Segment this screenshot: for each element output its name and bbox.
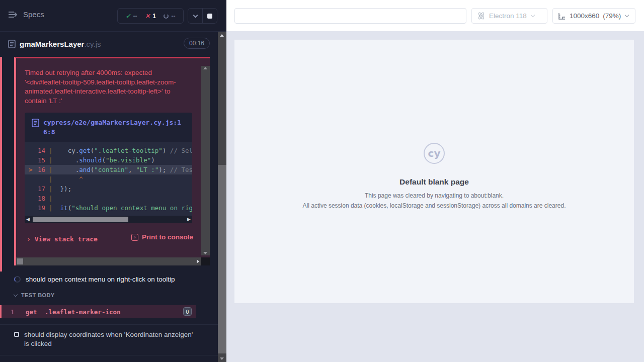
- test-body-section-toggle[interactable]: TEST BODY: [0, 285, 218, 302]
- code-line-18: 18|: [25, 194, 192, 203]
- specs-list-icon: [8, 11, 18, 19]
- spec-name-ext: .cy.js: [84, 40, 101, 48]
- check-icon: ✓: [126, 13, 131, 20]
- command-number: 1: [11, 308, 26, 316]
- aut-main-area: Electron 118 1000x660 (79%): [226, 0, 644, 362]
- failed-count: 1: [152, 13, 156, 20]
- ruler-icon: [558, 12, 566, 20]
- browser-selector-button[interactable]: Electron 118: [471, 8, 547, 24]
- viewport-size: 1000x660: [570, 12, 599, 20]
- aut-toolbar: Electron 118 1000x660 (79%): [226, 0, 644, 32]
- pending-square-icon: [14, 332, 19, 337]
- view-stack-trace-button[interactable]: › View stack trace: [27, 235, 98, 243]
- stat-pending: --: [164, 13, 175, 20]
- blank-page-title: Default blank page: [234, 177, 634, 187]
- blank-page-description-1: This page was cleared by navigating to a…: [234, 192, 634, 199]
- scroll-right-icon[interactable]: ▶: [187, 216, 191, 223]
- spec-timer-badge: 00:16: [184, 38, 210, 49]
- specs-label: Specs: [23, 10, 44, 19]
- test-body-label: TEST BODY: [21, 292, 55, 298]
- aut-stage: cy Default blank page This page was clea…: [226, 32, 644, 362]
- chevron-down-icon: [193, 13, 198, 18]
- passed-count: --: [133, 13, 137, 20]
- code-file-icon: [32, 119, 39, 127]
- error-actions: › View stack trace › Print to console: [27, 234, 210, 244]
- scroll-right-icon[interactable]: [197, 259, 199, 263]
- collapse-all-button[interactable]: [188, 9, 202, 23]
- chevron-down-icon: [531, 13, 535, 17]
- error-hscroll-thumb[interactable]: [17, 258, 23, 264]
- stop-icon: [207, 14, 212, 19]
- code-line-17: 17| });: [25, 184, 192, 194]
- spec-header-row[interactable]: gmaMarkersLayer.cy.js 00:16: [0, 32, 226, 56]
- error-vertical-scrollbar[interactable]: [201, 66, 210, 255]
- divider: [0, 355, 218, 355]
- specs-menu-button[interactable]: Specs: [8, 10, 44, 19]
- pending-circle-icon: [164, 14, 169, 19]
- print-to-console-button[interactable]: › Print to console: [131, 233, 193, 241]
- browser-name: Electron 118: [489, 12, 527, 20]
- code-frame-header[interactable]: cypress/e2e/gmaMarkersLayer.cy.js:16:8: [25, 113, 192, 142]
- print-console-label: Print to console: [142, 233, 193, 241]
- blank-page-description-2: All active session data (cookies, localS…: [234, 202, 634, 209]
- command-method: get: [26, 308, 45, 316]
- code-horizontal-scrollbar[interactable]: ◀ ▶: [25, 216, 192, 223]
- stop-run-button[interactable]: [202, 9, 217, 23]
- running-spinner-icon: [14, 276, 21, 283]
- stack-trace-arrow-icon: ›: [27, 235, 31, 243]
- spec-name: gmaMarkersLayer.cy.js: [20, 40, 101, 48]
- code-line-caret: | ^: [25, 174, 192, 184]
- chevron-down-icon: [625, 13, 629, 17]
- aut-iframe-blank-page: cy Default blank page This page was clea…: [234, 40, 634, 303]
- test-title: should display coordinates when 'Koordin…: [24, 330, 198, 348]
- url-input[interactable]: [234, 8, 466, 24]
- test-list: should open context menu on right-click …: [0, 274, 218, 355]
- code-line-15: 15| .should("be.visible"): [25, 155, 192, 165]
- code-line-14: 14| cy.get(".leaflet-tooltip") // Sele: [25, 146, 192, 155]
- spec-name-base: gmaMarkersLayer: [20, 40, 84, 48]
- run-controls: [188, 8, 217, 24]
- stat-passed: ✓ --: [126, 13, 137, 20]
- test-row-running[interactable]: should open context menu on right-click …: [0, 274, 218, 285]
- cypress-app: Specs ✓ -- ✕ 1 --: [0, 0, 644, 362]
- test-error-panel: Timed out retrying after 4000ms: expecte…: [14, 57, 210, 265]
- console-icon: ›: [131, 234, 138, 241]
- command-row[interactable]: 1 get .leaflet-marker-icon 0: [0, 305, 196, 318]
- scroll-up-icon[interactable]: [220, 34, 224, 37]
- stat-failed: ✕ 1: [145, 13, 156, 20]
- failed-test-stripe: [0, 57, 2, 272]
- spec-file-icon: [8, 40, 16, 48]
- reporter-scrollbar[interactable]: [218, 32, 226, 362]
- electron-icon: [477, 12, 486, 20]
- scroll-up-icon[interactable]: [203, 67, 207, 69]
- code-frame: cypress/e2e/gmaMarkersLayer.cy.js:16:8 1…: [25, 113, 192, 223]
- test-row-pending[interactable]: should display coordinates when 'Koordin…: [0, 325, 218, 354]
- reporter-header: Specs ✓ -- ✕ 1 --: [0, 0, 226, 32]
- chevron-down-icon: [14, 292, 18, 296]
- error-horizontal-scrollbar[interactable]: [16, 257, 201, 265]
- stack-trace-label: View stack trace: [35, 235, 98, 243]
- pending-count: --: [171, 13, 175, 20]
- viewport-info-button[interactable]: 1000x660 (79%): [552, 8, 635, 24]
- cypress-logo: cy: [424, 143, 445, 164]
- error-message: Timed out retrying after 4000ms: expecte…: [25, 68, 188, 106]
- x-icon: ✕: [145, 13, 150, 20]
- code-line-16-highlighted: >16| .and("contain", "LT :"); // Test: [25, 165, 192, 174]
- scrollbar-corner: [201, 257, 210, 265]
- code-line-19: 19| it("should open context menu on righ: [25, 203, 192, 213]
- scroll-left-icon[interactable]: ◀: [26, 216, 30, 223]
- reporter-scrollbar-thumb[interactable]: [218, 165, 226, 353]
- viewport-zoom: (79%): [603, 12, 621, 20]
- code-hscroll-thumb[interactable]: [33, 217, 128, 222]
- code-frame-file-link[interactable]: cypress/e2e/gmaMarkersLayer.cy.js:16:8: [43, 118, 185, 137]
- code-snippet: 14| cy.get(".leaflet-tooltip") // Sele 1…: [25, 142, 192, 216]
- command-count-badge: 0: [183, 307, 192, 316]
- scroll-down-icon[interactable]: [220, 357, 224, 360]
- command-target: .leaflet-marker-icon: [45, 308, 121, 316]
- reporter-sidebar: Specs ✓ -- ✕ 1 --: [0, 0, 226, 362]
- test-title: should open context menu on right-click …: [26, 275, 175, 284]
- test-stats: ✓ -- ✕ 1 --: [117, 8, 184, 24]
- scroll-down-icon[interactable]: [203, 252, 207, 254]
